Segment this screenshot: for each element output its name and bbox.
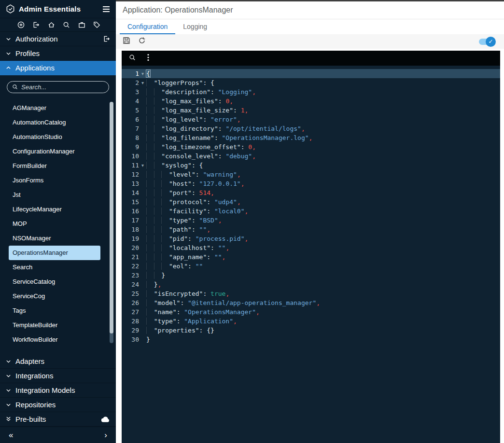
app-list-item[interactable]: AutomationStudio xyxy=(0,130,116,144)
code-line[interactable]: 11▾ "syslog": { xyxy=(122,161,500,170)
code-line[interactable]: 12 "level": "warning", xyxy=(122,170,500,179)
sidebar: Admin Essentials Authorization Profiles … xyxy=(0,0,116,443)
code-line[interactable]: 16 "facility": "local0", xyxy=(122,207,500,216)
app-list-item[interactable]: WorkflowBuilder xyxy=(0,332,116,347)
add-icon[interactable] xyxy=(17,21,25,28)
code-text: } xyxy=(146,271,165,280)
chevron-down-icon xyxy=(6,372,11,380)
import-export-icon[interactable] xyxy=(32,21,40,28)
sidebar-section-applications[interactable]: Applications xyxy=(0,61,116,75)
code-text: "facility": "local0", xyxy=(146,207,248,216)
code-line[interactable]: 25 "isEncrypted": true, xyxy=(122,289,500,298)
app-list-item[interactable]: ConfigurationManager xyxy=(0,144,116,159)
app-title: Admin Essentials xyxy=(19,5,81,13)
search-input[interactable] xyxy=(21,83,104,91)
code-line[interactable]: 13 "host": "127.0.0.1", xyxy=(122,179,500,188)
menu-icon[interactable] xyxy=(102,6,110,13)
app-list-item[interactable]: AutomationCatalog xyxy=(0,115,116,130)
home-icon[interactable] xyxy=(48,21,55,28)
code-line[interactable]: 2▾ "loggerProps": { xyxy=(122,78,500,87)
app-list-item[interactable]: MOP xyxy=(0,217,116,231)
tag-icon[interactable] xyxy=(93,21,100,28)
app-list-item[interactable]: AGManager xyxy=(0,101,116,115)
scrollbar[interactable] xyxy=(110,102,113,343)
app-list-item[interactable]: Jst xyxy=(0,188,116,202)
fold-gutter xyxy=(139,262,146,271)
line-number: 20 xyxy=(122,243,139,252)
app-list-item[interactable]: NSOManager xyxy=(0,231,116,246)
tab-configuration[interactable]: Configuration xyxy=(120,19,175,34)
scrollbar-thumb[interactable] xyxy=(110,102,113,333)
app-list-item[interactable]: ServiceCog xyxy=(0,289,116,304)
code-line[interactable]: 30} xyxy=(122,335,500,344)
code-line[interactable]: 26 "model": "@itential/app-operations_ma… xyxy=(122,298,500,307)
forward-icon[interactable]: › xyxy=(104,431,107,439)
app-list-item[interactable]: LifecycleManager xyxy=(0,202,116,217)
code-line[interactable]: 19 "pid": "process.pid", xyxy=(122,234,500,243)
fold-toggle-icon[interactable]: ▾ xyxy=(139,69,146,78)
cloud-icon[interactable] xyxy=(101,416,110,423)
code-line[interactable]: 15 "protocol": "udp4", xyxy=(122,197,500,207)
fold-gutter xyxy=(139,289,146,298)
line-number: 16 xyxy=(122,207,139,216)
app-list-item[interactable]: ServiceCatalog xyxy=(0,275,116,289)
refresh-icon[interactable] xyxy=(138,37,146,46)
fold-gutter xyxy=(139,225,146,234)
toggle-check-icon: ✓ xyxy=(486,37,496,47)
code-text: "log_max_files": 0, xyxy=(146,97,233,106)
code-line[interactable]: 5 "log_max_file_size": 1, xyxy=(122,106,500,115)
sidebar-section-authorization[interactable]: Authorization xyxy=(0,32,116,46)
code-line[interactable]: 20 "localhost": "", xyxy=(122,243,500,252)
sidebar-section-adapters[interactable]: Adapters xyxy=(0,354,116,369)
double-chevron-down-icon xyxy=(6,415,11,423)
code-line[interactable]: 4 "log_max_files": 0, xyxy=(122,97,500,106)
kebab-menu-icon[interactable] xyxy=(147,54,149,63)
sidebar-section-integrations[interactable]: Integrations xyxy=(0,369,116,383)
code-line[interactable]: 27 "name": "OperationsManager", xyxy=(122,307,500,317)
collapse-sidebar-icon[interactable]: « xyxy=(9,431,13,439)
code-line[interactable]: 18 "path": "", xyxy=(122,225,500,234)
code-line[interactable]: 17 "type": "BSD", xyxy=(122,216,500,225)
code-line[interactable]: 6 "log_level": "error", xyxy=(122,115,500,124)
code-line[interactable]: 21 "app_name": "", xyxy=(122,252,500,262)
search-icon[interactable] xyxy=(63,21,70,28)
code-line[interactable]: 22 "eol": "" xyxy=(122,262,500,271)
code-line[interactable]: 24 }, xyxy=(122,280,500,289)
code-line[interactable]: 10 "console_level": "debug", xyxy=(122,152,500,161)
editor-search-icon[interactable] xyxy=(129,54,136,63)
sidebar-section-integration-models[interactable]: Integration Models xyxy=(0,383,116,398)
code-line[interactable]: 1▾{ xyxy=(122,69,500,78)
code-line[interactable]: 14 "port": 514, xyxy=(122,188,500,197)
code-lines[interactable]: 1▾{2▾ "loggerProps": {3 "description": "… xyxy=(122,66,500,443)
app-list-item[interactable]: TemplateBuilder xyxy=(0,318,116,332)
tab-logging[interactable]: Logging xyxy=(175,19,215,34)
code-line[interactable]: 7 "log_directory": "/opt/itential/logs", xyxy=(122,124,500,133)
app-list-item[interactable]: JsonForms xyxy=(0,173,116,188)
section-label: Repositories xyxy=(15,401,56,409)
code-text: "port": 514, xyxy=(146,188,214,197)
code-line[interactable]: 23 } xyxy=(122,271,500,280)
code-line[interactable]: 29 "properties": {} xyxy=(122,326,500,335)
code-line[interactable]: 3 "description": "Logging", xyxy=(122,87,500,97)
briefcase-icon[interactable] xyxy=(78,21,85,28)
save-icon[interactable] xyxy=(123,37,130,46)
app-list-item[interactable]: OperationsManager xyxy=(9,246,100,260)
fold-gutter xyxy=(139,234,146,243)
app-list-item[interactable]: Tags xyxy=(0,304,116,318)
sidebar-section-repositories[interactable]: Repositories xyxy=(0,398,116,412)
fold-toggle-icon[interactable]: ▾ xyxy=(139,78,146,87)
fold-gutter xyxy=(139,97,146,106)
search-pill[interactable] xyxy=(7,81,109,93)
code-text: "localhost": "", xyxy=(146,243,229,252)
code-text: "level": "warning", xyxy=(146,170,241,179)
code-line[interactable]: 8 "log_filename": "OperationsManager.log… xyxy=(122,133,500,142)
app-list-item[interactable]: Search xyxy=(0,260,116,275)
code-line[interactable]: 9 "log_timezone_offset": 0, xyxy=(122,142,500,152)
encryption-toggle[interactable]: ✓ xyxy=(479,39,494,45)
app-list-item[interactable]: FormBuilder xyxy=(0,159,116,173)
fold-toggle-icon[interactable]: ▾ xyxy=(139,161,146,170)
sidebar-section-pre-builts[interactable]: Pre-builts xyxy=(0,412,116,427)
sidebar-section-profiles[interactable]: Profiles xyxy=(0,46,116,61)
code-line[interactable]: 28 "type": "Application", xyxy=(122,317,500,326)
logout-icon[interactable] xyxy=(103,35,110,42)
